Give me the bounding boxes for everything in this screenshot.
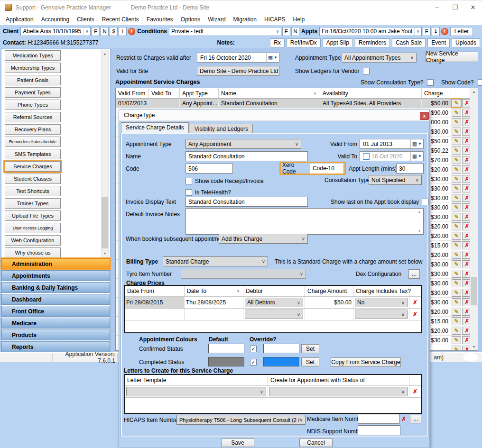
charge-price-row-empty[interactable]: ∨ ∨ ✗	[125, 309, 421, 320]
sidebar-item-text-shortcuts[interactable]: Text Shortcuts	[5, 186, 61, 196]
edit-pencil-icon[interactable]: ✎	[452, 279, 461, 287]
chevron-down-icon[interactable]: ∨	[414, 27, 421, 36]
edit-pencil-icon[interactable]: ✎	[452, 203, 461, 211]
save-button[interactable]: Save	[221, 439, 254, 447]
edit-pencil-icon[interactable]: ✎	[452, 156, 461, 164]
calendar-icon[interactable]: ▦▼	[266, 53, 279, 62]
copy-from-service-charge-button[interactable]: Copy From Service Charge	[331, 357, 401, 367]
appt-edit-button[interactable]: E	[423, 27, 431, 36]
column-header-appt-type[interactable]: Appt Type	[180, 88, 219, 98]
client-n-button[interactable]: N	[101, 27, 109, 36]
column-header-valid-from[interactable]: Valid From	[116, 88, 149, 98]
menu-item-application[interactable]: Application	[2, 14, 37, 25]
sidebar-item-student-classes[interactable]: Student Classes	[5, 174, 61, 184]
letter-status-select[interactable]: ∨	[269, 387, 408, 396]
scroll-up-icon[interactable]: ▲	[102, 50, 108, 57]
appt-alert-icon[interactable]: !	[441, 28, 448, 35]
delete-row-icon[interactable]: ✗	[409, 386, 421, 397]
sidebar-item-patient-goals[interactable]: Patient Goals	[5, 75, 61, 85]
edit-pencil-icon[interactable]: ✎	[452, 241, 461, 249]
hicaps-select[interactable]: Physiotherapy T506 - Long Subsequent Con…	[176, 415, 306, 425]
dex-config-button[interactable]: ...	[408, 269, 420, 279]
scroll-down-icon[interactable]: ▼	[102, 250, 108, 257]
edit-pencil-icon[interactable]: ✎	[452, 260, 461, 268]
valid-from-picker[interactable]: 01 Jul 2013 ▦▼	[360, 139, 424, 149]
sidebar-item-upload-file-types[interactable]: Upload File Types	[5, 210, 61, 221]
col-charge-amount[interactable]: Charge Amount	[305, 286, 353, 296]
edit-pencil-icon[interactable]: ✎	[452, 137, 461, 145]
medicare-input[interactable]	[358, 414, 399, 424]
sidebar-item-phone-types[interactable]: Phone Types	[5, 100, 61, 110]
sidebar-item-trainer-types[interactable]: Trainer Types	[5, 198, 61, 209]
cancel-button[interactable]: Cancel	[299, 439, 333, 447]
tab-service-charge-details[interactable]: Service Charge Details	[121, 122, 189, 133]
appointment-type-select[interactable]: Any Appointment ∨	[185, 139, 301, 149]
cell-date-from[interactable]: Fri 28/08/2015	[125, 297, 185, 308]
consultation-type-select[interactable]: Not Specified ∨	[369, 175, 422, 185]
sidebar-item-recovery-plans[interactable]: Recovery Plans	[5, 124, 61, 135]
menu-item-help[interactable]: Help	[289, 14, 309, 25]
letter-button[interactable]: Letter	[450, 27, 473, 36]
column-header-charge[interactable]: Charge	[422, 88, 451, 98]
conditions-e-button[interactable]: E	[282, 27, 290, 36]
tax-select[interactable]: No∨	[355, 298, 408, 307]
edit-pencil-icon[interactable]: ✎	[452, 184, 461, 192]
new-service-charge-button[interactable]: New Service Charge	[426, 52, 478, 62]
chevron-down-icon[interactable]: ∨	[83, 27, 90, 36]
column-header-valid-to[interactable]: Valid To	[149, 88, 180, 98]
contact-button-uploads[interactable]: Uploads	[452, 38, 480, 47]
medicare-clear-icon[interactable]: ✗	[401, 414, 406, 424]
chevron-down-icon[interactable]: ∨	[300, 271, 306, 276]
col-letter-template[interactable]: Letter Template	[125, 375, 268, 385]
nav-section-front-office[interactable]: Front Office	[1, 306, 110, 317]
chevron-down-icon[interactable]: ∨	[410, 55, 416, 60]
conditions-select[interactable]: Private - tedt ∨	[169, 27, 281, 36]
appt-type-select[interactable]: All Appointment Types ∨	[342, 53, 417, 63]
client-$-button[interactable]: $	[110, 27, 118, 36]
close-icon[interactable]: ✕	[464, 0, 482, 15]
conditions-n-button[interactable]: N	[291, 27, 299, 36]
nav-section-products[interactable]: Products	[1, 329, 110, 340]
confirmed-override-checkbox[interactable]: ✓	[250, 346, 257, 352]
appt-length-input[interactable]: 30	[396, 164, 424, 174]
table-scrollbar[interactable]: ▲ ▼	[470, 88, 478, 350]
ndis-input[interactable]	[358, 425, 400, 435]
menu-item-clients[interactable]: Clients	[73, 14, 98, 25]
scroll-up-icon[interactable]: ▲	[471, 88, 477, 95]
edit-pencil-icon[interactable]: ✎	[452, 346, 461, 351]
show-code-receipt-checkbox[interactable]	[185, 178, 192, 184]
edit-pencil-icon[interactable]: ✎	[452, 146, 461, 155]
calendar-icon[interactable]: ▦▼	[410, 139, 423, 148]
contact-button-cash-sale[interactable]: Cash Sale	[392, 38, 426, 47]
scrollbar-thumb[interactable]	[471, 277, 477, 305]
textarea-scrollbar[interactable]: ▲▼	[416, 209, 423, 234]
col-date-from[interactable]: Date From	[125, 286, 185, 296]
edit-pencil-icon[interactable]: ✎	[452, 99, 461, 107]
valid-site-select[interactable]: Demo Site - Demo Practice Ltd ∨	[197, 66, 279, 76]
chevron-down-icon[interactable]: ∨	[262, 259, 268, 264]
edit-pencil-icon[interactable]: ✎	[452, 289, 461, 297]
xero-code-input[interactable]: Code-10	[310, 164, 343, 174]
edit-pencil-icon[interactable]: ✎	[452, 270, 461, 278]
show-last-checkbox[interactable]	[422, 199, 428, 205]
charge-price-row[interactable]: Fri 28/08/2015 Thu 28/08/2025 All Debtor…	[125, 297, 421, 309]
edit-pencil-icon[interactable]: ✎	[452, 232, 461, 240]
restrict-date-picker[interactable]: Fri 16 October 2020 ▦▼	[197, 53, 279, 63]
default-notes-textarea[interactable]: ▲▼	[185, 208, 424, 235]
chevron-down-icon[interactable]: ∨	[274, 27, 281, 36]
sidebar-item-membership-types[interactable]: Membership Types	[5, 63, 61, 73]
code-input[interactable]: 506	[185, 164, 233, 174]
tab-visibility-and-ledgers[interactable]: Visibility and Ledgers	[190, 124, 253, 133]
menu-item-options[interactable]: Options	[177, 14, 204, 25]
menu-item-accounting[interactable]: Accounting	[37, 14, 73, 25]
letter-row[interactable]: ∨ ∨ ✗	[125, 386, 421, 398]
show-ledgers-checkbox[interactable]	[363, 68, 370, 74]
edit-pencil-icon[interactable]: ✎	[452, 222, 461, 230]
sidebar-item-web-configuration[interactable]: Web Configuration	[5, 235, 61, 246]
table-row[interactable]: 01/07/2013Any Appoint...Standard Consult…	[116, 99, 478, 108]
nav-section-dashboard[interactable]: Dashboard	[1, 294, 110, 305]
invoice-display-input[interactable]: Standard Consultation	[185, 197, 308, 207]
contact-button-reminders[interactable]: Reminders	[355, 38, 390, 47]
telehealth-checkbox[interactable]	[185, 189, 192, 196]
medicare-lookup-button[interactable]: ...	[410, 415, 421, 423]
